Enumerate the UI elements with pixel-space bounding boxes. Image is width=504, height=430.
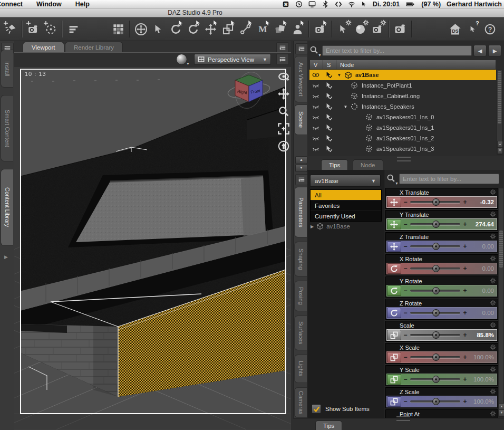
decrement-button[interactable]: − (403, 376, 408, 383)
slider-track[interactable] (410, 223, 460, 225)
geometry-editor-tool-button[interactable] (254, 20, 272, 39)
scene-scrollbar[interactable]: ▲ ▼ (497, 70, 502, 155)
tree-row[interactable]: av1Speakers01_Ins_3 (309, 144, 496, 154)
menu-connect[interactable]: Connect (0, 1, 23, 8)
gear-icon[interactable] (490, 211, 496, 217)
increment-button[interactable]: + (462, 287, 468, 294)
render-button[interactable] (392, 20, 409, 39)
selectable-cursor-icon[interactable] (322, 145, 336, 152)
slider-knob[interactable] (432, 265, 440, 272)
slider-track[interactable] (410, 356, 460, 358)
tab-aux-viewport[interactable]: Aux Viewport (294, 56, 307, 102)
gear-icon[interactable] (490, 300, 496, 306)
keyboard-viewer-icon[interactable] (335, 1, 342, 8)
selectable-cursor-icon[interactable] (322, 92, 336, 100)
decrement-button[interactable]: − (403, 265, 408, 272)
decrement-button[interactable]: − (403, 221, 408, 228)
display-icon[interactable] (308, 1, 316, 8)
decrement-button[interactable]: − (403, 198, 408, 206)
pane-menu-icon[interactable] (276, 42, 289, 53)
gear-icon[interactable] (490, 344, 496, 350)
slider-track[interactable] (410, 267, 460, 270)
increment-button[interactable]: + (462, 353, 468, 361)
slider-knob[interactable] (432, 376, 440, 383)
gear-icon[interactable] (490, 410, 496, 417)
slider-knob[interactable] (432, 221, 440, 228)
splitter-grip[interactable] (397, 157, 411, 161)
filter-back-button[interactable]: ◀ (473, 45, 487, 56)
rotate-tool-button[interactable] (185, 20, 202, 39)
increment-button[interactable]: + (462, 376, 468, 383)
universal-tool-button[interactable] (132, 20, 150, 39)
decrement-button[interactable]: − (403, 309, 408, 317)
selectable-cursor-icon[interactable] (322, 103, 336, 110)
battery-icon[interactable] (405, 1, 415, 8)
gear-icon[interactable] (490, 255, 496, 262)
tree-row[interactable]: av1Speakers01_Ins_1 (309, 122, 496, 133)
slider-track[interactable] (410, 312, 460, 314)
eye-closed-icon[interactable] (309, 103, 322, 110)
surface-selection-tool-button[interactable] (272, 20, 289, 39)
slider-knob[interactable] (432, 243, 440, 250)
tree-row-av1base[interactable]: ▼ av1Base (309, 70, 496, 80)
increment-button[interactable]: + (462, 198, 468, 206)
decrement-button[interactable]: − (403, 243, 408, 250)
slider-track[interactable] (410, 334, 460, 336)
scene-filter-input[interactable] (322, 45, 472, 56)
tab-scene[interactable]: Scene (294, 104, 307, 135)
slider-track[interactable] (410, 201, 460, 203)
splitter-up-button[interactable]: ▲ (295, 156, 307, 164)
tab-surfaces[interactable]: Surfaces (294, 316, 307, 350)
new-null-button[interactable] (42, 20, 60, 39)
user-menu[interactable]: Gerhard Hartwich (447, 1, 502, 8)
translate-tool-button[interactable] (202, 20, 219, 39)
increment-button[interactable]: + (462, 243, 468, 250)
selectable-cursor-icon[interactable] (322, 124, 336, 131)
slider-knob[interactable] (432, 198, 440, 206)
camera-selector-dropdown[interactable]: Perspective View ▼ (194, 54, 271, 65)
slider-value[interactable]: 0.00 (468, 243, 497, 250)
selectable-cursor-icon[interactable] (322, 135, 336, 142)
tab-install[interactable]: Install (1, 50, 13, 88)
gear-icon[interactable] (490, 278, 496, 284)
slider-value[interactable]: 0.00 (468, 288, 497, 294)
viewport-canvas[interactable]: 10 : 13 Right Front (14, 66, 291, 430)
slider-knob[interactable] (432, 398, 440, 405)
scale-tool-button[interactable] (219, 20, 237, 39)
increment-button[interactable]: + (462, 265, 468, 272)
column-node[interactable]: Node (336, 60, 496, 69)
eye-closed-icon[interactable] (309, 135, 322, 142)
tab-smart-content[interactable]: Smart Content (1, 95, 13, 161)
slider-value[interactable]: 100.0% (468, 376, 497, 383)
group-all[interactable]: All (311, 190, 381, 200)
checkbox-checked-icon[interactable] (312, 404, 321, 414)
slider-knob[interactable] (432, 287, 440, 294)
tree-row[interactable]: Instance_PotPlant1 (309, 80, 496, 91)
slider-track[interactable] (410, 290, 460, 292)
gear-icon[interactable] (490, 322, 496, 328)
slider-value[interactable]: 85.8% (468, 332, 497, 338)
slider-track[interactable] (410, 245, 460, 247)
scrollbar-thumb[interactable] (499, 231, 503, 267)
new-camera-button[interactable] (25, 20, 42, 39)
tab-posing[interactable]: Posing (294, 281, 307, 311)
splitter-down-button[interactable]: ▼ (295, 164, 307, 172)
decrement-button[interactable]: − (403, 331, 408, 339)
decrement-button[interactable]: − (403, 353, 408, 361)
scrollbar-thumb[interactable] (498, 71, 501, 124)
group-favorites[interactable]: Favorites (311, 200, 381, 211)
splitter-grip[interactable] (396, 416, 410, 421)
menubar-clock[interactable]: Di. 20:01 (373, 1, 400, 8)
column-visibility[interactable]: V (310, 60, 323, 69)
node-selection-tool-button[interactable] (150, 20, 167, 39)
column-selectability[interactable]: S (323, 60, 336, 69)
node-selector-dropdown[interactable]: av1Base ▼ (310, 175, 381, 187)
parameters-scrollbar[interactable]: ▲ ▼ (498, 188, 504, 417)
selectable-cursor-icon[interactable] (322, 71, 336, 79)
slider-value[interactable]: 0.00 (468, 265, 497, 272)
expander-closed-icon[interactable]: ▶ (311, 224, 314, 229)
joint-editor-tool-button[interactable] (237, 20, 254, 39)
time-machine-icon[interactable] (295, 1, 303, 8)
help-button[interactable] (481, 20, 499, 39)
tree-row[interactable]: av1Speakers01_Ins_0 (309, 112, 496, 122)
